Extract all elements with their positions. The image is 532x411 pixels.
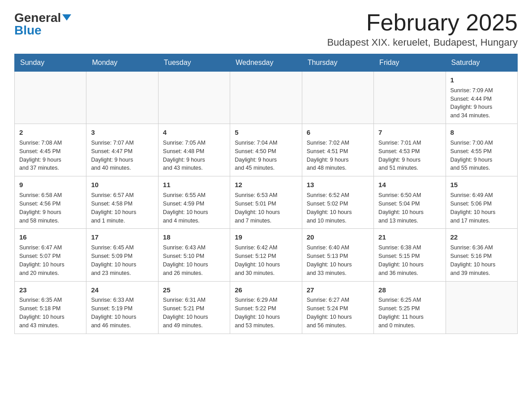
day-number: 12 <box>235 180 297 190</box>
calendar-cell: 28Sunrise: 6:25 AM Sunset: 5:25 PM Dayli… <box>374 281 446 334</box>
calendar-cell: 8Sunrise: 7:00 AM Sunset: 4:55 PM Daylig… <box>446 124 517 176</box>
month-year-title: February 2025 <box>327 11 518 34</box>
day-info: Sunrise: 6:40 AM Sunset: 5:13 PM Dayligh… <box>307 244 352 276</box>
day-info: Sunrise: 6:45 AM Sunset: 5:09 PM Dayligh… <box>91 244 136 276</box>
weekday-header-row: SundayMondayTuesdayWednesdayThursdayFrid… <box>15 54 518 72</box>
calendar-cell: 2Sunrise: 7:08 AM Sunset: 4:45 PM Daylig… <box>15 124 86 176</box>
day-number: 25 <box>163 285 225 295</box>
day-info: Sunrise: 6:49 AM Sunset: 5:06 PM Dayligh… <box>450 192 496 224</box>
calendar-cell: 15Sunrise: 6:49 AM Sunset: 5:06 PM Dayli… <box>446 176 517 229</box>
day-info: Sunrise: 7:07 AM Sunset: 4:47 PM Dayligh… <box>91 140 133 171</box>
calendar-cell: 27Sunrise: 6:27 AM Sunset: 5:24 PM Dayli… <box>302 281 373 334</box>
day-number: 9 <box>19 180 82 190</box>
weekday-header-saturday: Saturday <box>446 54 517 72</box>
day-number: 23 <box>19 285 82 295</box>
calendar-cell <box>230 72 302 124</box>
calendar-cell: 18Sunrise: 6:43 AM Sunset: 5:10 PM Dayli… <box>158 229 230 281</box>
day-number: 21 <box>378 232 441 242</box>
weekday-header-wednesday: Wednesday <box>230 54 302 72</box>
calendar-row-3: 16Sunrise: 6:47 AM Sunset: 5:07 PM Dayli… <box>15 229 518 281</box>
day-info: Sunrise: 6:33 AM Sunset: 5:19 PM Dayligh… <box>91 297 136 329</box>
logo-blue-text: Blue <box>14 23 71 38</box>
calendar-cell: 11Sunrise: 6:55 AM Sunset: 4:59 PM Dayli… <box>158 176 230 229</box>
calendar-cell: 10Sunrise: 6:57 AM Sunset: 4:58 PM Dayli… <box>86 176 158 229</box>
day-number: 5 <box>235 128 297 137</box>
calendar-cell: 9Sunrise: 6:58 AM Sunset: 4:56 PM Daylig… <box>15 176 86 229</box>
calendar-cell: 3Sunrise: 7:07 AM Sunset: 4:47 PM Daylig… <box>86 124 158 176</box>
calendar-cell: 7Sunrise: 7:01 AM Sunset: 4:53 PM Daylig… <box>374 124 446 176</box>
calendar-cell: 6Sunrise: 7:02 AM Sunset: 4:51 PM Daylig… <box>302 124 373 176</box>
day-number: 27 <box>307 285 369 295</box>
day-info: Sunrise: 6:42 AM Sunset: 5:12 PM Dayligh… <box>235 244 280 276</box>
day-number: 17 <box>91 232 153 242</box>
day-info: Sunrise: 7:05 AM Sunset: 4:48 PM Dayligh… <box>163 140 206 171</box>
weekday-header-monday: Monday <box>86 54 158 72</box>
calendar-cell: 25Sunrise: 6:31 AM Sunset: 5:21 PM Dayli… <box>158 281 230 334</box>
calendar-row-1: 2Sunrise: 7:08 AM Sunset: 4:45 PM Daylig… <box>15 124 518 176</box>
calendar-cell: 1Sunrise: 7:09 AM Sunset: 4:44 PM Daylig… <box>446 72 517 124</box>
calendar-table: SundayMondayTuesdayWednesdayThursdayFrid… <box>14 54 518 334</box>
day-info: Sunrise: 7:01 AM Sunset: 4:53 PM Dayligh… <box>378 140 421 171</box>
day-info: Sunrise: 7:00 AM Sunset: 4:55 PM Dayligh… <box>450 140 493 171</box>
day-info: Sunrise: 6:29 AM Sunset: 5:22 PM Dayligh… <box>235 297 280 329</box>
calendar-cell: 5Sunrise: 7:04 AM Sunset: 4:50 PM Daylig… <box>230 124 302 176</box>
day-info: Sunrise: 6:55 AM Sunset: 4:59 PM Dayligh… <box>163 192 208 224</box>
calendar-cell: 26Sunrise: 6:29 AM Sunset: 5:22 PM Dayli… <box>230 281 302 334</box>
calendar-cell: 22Sunrise: 6:36 AM Sunset: 5:16 PM Dayli… <box>446 229 517 281</box>
day-info: Sunrise: 6:35 AM Sunset: 5:18 PM Dayligh… <box>19 297 64 329</box>
day-info: Sunrise: 6:25 AM Sunset: 5:25 PM Dayligh… <box>378 297 424 329</box>
calendar-cell: 14Sunrise: 6:50 AM Sunset: 5:04 PM Dayli… <box>374 176 446 229</box>
weekday-header-friday: Friday <box>374 54 446 72</box>
day-number: 4 <box>163 128 225 137</box>
day-number: 14 <box>378 180 441 190</box>
calendar-cell <box>158 72 230 124</box>
calendar-cell <box>446 281 517 334</box>
calendar-cell: 20Sunrise: 6:40 AM Sunset: 5:13 PM Dayli… <box>302 229 373 281</box>
day-number: 22 <box>450 232 513 242</box>
day-info: Sunrise: 6:50 AM Sunset: 5:04 PM Dayligh… <box>378 192 424 224</box>
calendar-cell: 16Sunrise: 6:47 AM Sunset: 5:07 PM Dayli… <box>15 229 86 281</box>
day-info: Sunrise: 6:47 AM Sunset: 5:07 PM Dayligh… <box>19 244 64 276</box>
weekday-header-thursday: Thursday <box>302 54 373 72</box>
day-info: Sunrise: 6:36 AM Sunset: 5:16 PM Dayligh… <box>450 244 496 276</box>
calendar-cell: 21Sunrise: 6:38 AM Sunset: 5:15 PM Dayli… <box>374 229 446 281</box>
logo: General Blue <box>14 11 71 38</box>
calendar-row-2: 9Sunrise: 6:58 AM Sunset: 4:56 PM Daylig… <box>15 176 518 229</box>
day-info: Sunrise: 7:08 AM Sunset: 4:45 PM Dayligh… <box>19 140 62 171</box>
day-number: 24 <box>91 285 153 295</box>
location-subtitle: Budapest XIX. keruelet, Budapest, Hungar… <box>327 37 518 48</box>
calendar-cell <box>86 72 158 124</box>
day-number: 20 <box>307 232 369 242</box>
day-number: 28 <box>378 285 441 295</box>
day-number: 1 <box>450 75 513 85</box>
calendar-cell: 19Sunrise: 6:42 AM Sunset: 5:12 PM Dayli… <box>230 229 302 281</box>
day-number: 13 <box>307 180 369 190</box>
day-info: Sunrise: 7:02 AM Sunset: 4:51 PM Dayligh… <box>307 140 349 171</box>
day-info: Sunrise: 6:57 AM Sunset: 4:58 PM Dayligh… <box>91 192 136 224</box>
day-number: 15 <box>450 180 513 190</box>
day-info: Sunrise: 6:43 AM Sunset: 5:10 PM Dayligh… <box>163 244 208 276</box>
calendar-row-4: 23Sunrise: 6:35 AM Sunset: 5:18 PM Dayli… <box>15 281 518 334</box>
day-info: Sunrise: 6:52 AM Sunset: 5:02 PM Dayligh… <box>307 192 352 224</box>
calendar-row-0: 1Sunrise: 7:09 AM Sunset: 4:44 PM Daylig… <box>15 72 518 124</box>
day-number: 7 <box>378 128 441 137</box>
day-info: Sunrise: 6:38 AM Sunset: 5:15 PM Dayligh… <box>378 244 424 276</box>
day-number: 3 <box>91 128 153 137</box>
calendar-cell: 12Sunrise: 6:53 AM Sunset: 5:01 PM Dayli… <box>230 176 302 229</box>
calendar-cell <box>15 72 86 124</box>
day-number: 2 <box>19 128 82 137</box>
day-info: Sunrise: 7:04 AM Sunset: 4:50 PM Dayligh… <box>235 140 277 171</box>
day-number: 26 <box>235 285 297 295</box>
day-number: 10 <box>91 180 153 190</box>
day-number: 8 <box>450 128 513 137</box>
calendar-cell: 24Sunrise: 6:33 AM Sunset: 5:19 PM Dayli… <box>86 281 158 334</box>
page-header: General Blue February 2025 Budapest XIX.… <box>14 11 518 48</box>
calendar-body: 1Sunrise: 7:09 AM Sunset: 4:44 PM Daylig… <box>15 72 518 334</box>
calendar-header: SundayMondayTuesdayWednesdayThursdayFrid… <box>15 54 518 72</box>
day-info: Sunrise: 6:27 AM Sunset: 5:24 PM Dayligh… <box>307 297 352 329</box>
weekday-header-sunday: Sunday <box>15 54 86 72</box>
day-number: 19 <box>235 232 297 242</box>
day-number: 6 <box>307 128 369 137</box>
day-info: Sunrise: 6:53 AM Sunset: 5:01 PM Dayligh… <box>235 192 280 224</box>
day-number: 18 <box>163 232 225 242</box>
